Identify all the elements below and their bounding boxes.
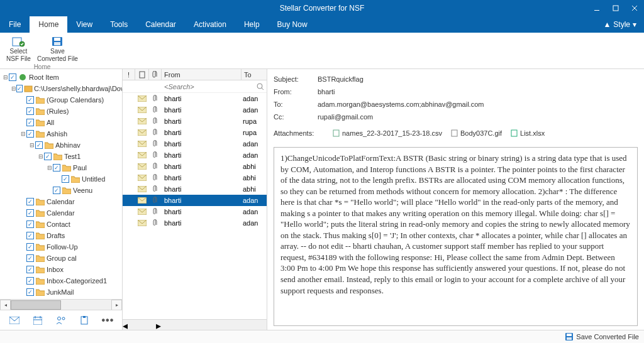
nav-tasks-icon[interactable] xyxy=(77,313,91,327)
search-icon[interactable] xyxy=(254,83,267,90)
tree-row[interactable]: ⊟✓Paul xyxy=(0,162,122,173)
tree-row[interactable]: ✓(Group Calendars) xyxy=(0,94,122,106)
tree-checkbox[interactable]: ✓ xyxy=(26,266,34,273)
search-input[interactable] xyxy=(162,83,254,90)
mail-row[interactable]: bhartiabhi xyxy=(123,183,267,195)
tree-row[interactable]: ✓Group cal xyxy=(0,253,122,264)
tree-checkbox[interactable]: ✓ xyxy=(26,277,34,285)
tree-row[interactable]: ✓Veenu xyxy=(0,185,122,196)
menu-home[interactable]: Home xyxy=(30,16,67,33)
tree-checkbox[interactable]: ✓ xyxy=(26,232,34,239)
mail-row[interactable]: bhartirupa xyxy=(123,127,267,138)
tree-row[interactable]: ✓Drafts xyxy=(0,230,122,241)
mail-row[interactable]: bhartiadan xyxy=(123,93,267,104)
menu-calendar[interactable]: Calendar xyxy=(136,16,185,33)
mail-list[interactable]: bhartiadanbhartiadanbhartirupabhartirupa… xyxy=(123,93,267,319)
tree-checkbox[interactable]: ✓ xyxy=(44,153,52,160)
mail-scroll-right[interactable]: ▸ xyxy=(156,320,161,330)
menu-style[interactable]: ▲ Style ▾ xyxy=(596,16,644,33)
menu-tools[interactable]: Tools xyxy=(101,16,136,33)
expand-toggle[interactable]: ⊟ xyxy=(29,142,35,148)
tree-checkbox[interactable]: ✓ xyxy=(35,141,43,149)
expand-toggle[interactable]: ⊟ xyxy=(20,131,26,137)
expand-toggle[interactable]: ⊟ xyxy=(11,85,16,92)
mail-row[interactable]: bhartirupa xyxy=(123,116,267,127)
scroll-thumb[interactable] xyxy=(11,300,61,310)
tree-row[interactable]: ✓Untitled xyxy=(0,173,122,185)
folder-tree[interactable]: ⊟✓Root Item⊟✓C:\Users\shelly.bhardwaj\Do… xyxy=(0,69,122,299)
save-status-icon[interactable] xyxy=(565,332,574,341)
tree-row[interactable]: ✓Follow-Up xyxy=(0,241,122,253)
tree-row[interactable]: ✓(Rules) xyxy=(0,106,122,117)
menu-buynow[interactable]: Buy Now xyxy=(269,16,316,33)
tree-row[interactable]: ✓All xyxy=(0,117,122,128)
tree-row[interactable]: ⊟✓Test1 xyxy=(0,151,122,162)
col-importance[interactable]: ! xyxy=(123,69,135,80)
tree-row[interactable]: ✓Inbox-Categorized1 xyxy=(0,275,122,286)
menu-activation[interactable]: Activation xyxy=(185,16,235,33)
tree-checkbox[interactable]: ✓ xyxy=(26,209,34,217)
tree-checkbox[interactable]: ✓ xyxy=(26,130,34,138)
nav-contacts-icon[interactable] xyxy=(54,313,68,327)
mail-body[interactable]: 1)ChangeUnicodeToPlatFormText:A BSTR (Ba… xyxy=(274,147,638,326)
mail-row[interactable]: bhartiadan xyxy=(123,150,267,161)
tree-checkbox[interactable]: ✓ xyxy=(26,220,34,228)
mail-row[interactable]: bhartiadan xyxy=(123,206,267,217)
col-from[interactable]: From xyxy=(162,69,242,80)
mail-row[interactable]: bhartiadan xyxy=(123,104,267,116)
save-converted-file-button[interactable]: Save Converted File xyxy=(35,34,80,63)
folder-icon xyxy=(35,107,45,116)
mail-list-hscrollbar[interactable]: ◂ ▸ xyxy=(123,319,267,330)
tree-checkbox[interactable]: ✓ xyxy=(53,164,60,172)
attachment-3[interactable]: List.xlsx xyxy=(511,129,545,137)
menu-file[interactable]: File xyxy=(0,16,30,33)
minimize-button[interactable] xyxy=(587,0,606,16)
col-icon[interactable] xyxy=(135,69,149,80)
mail-row[interactable]: bhartiadan xyxy=(123,195,267,206)
mail-row[interactable]: bhartiadan xyxy=(123,217,267,229)
scroll-left-button[interactable]: ◂ xyxy=(0,300,11,310)
tree-checkbox[interactable]: ✓ xyxy=(26,198,34,205)
tree-checkbox[interactable]: ✓ xyxy=(26,254,34,262)
tree-row[interactable]: ⊟✓Abhinav xyxy=(0,139,122,151)
nav-more-icon[interactable]: ••• xyxy=(101,313,114,327)
mail-row[interactable]: bhartiabhi xyxy=(123,161,267,172)
mail-scroll-left[interactable]: ◂ xyxy=(123,320,128,330)
tree-row[interactable]: ✓Inbox xyxy=(0,264,122,275)
tree-row[interactable]: ⊟✓C:\Users\shelly.bhardwaj\Downl xyxy=(0,83,122,94)
nav-mail-icon[interactable] xyxy=(8,313,21,327)
tree-row[interactable]: ✓Contact xyxy=(0,219,122,230)
attachment-2[interactable]: Body037C.gif xyxy=(451,129,502,137)
scroll-right-button[interactable]: ▸ xyxy=(111,300,122,310)
mail-row[interactable]: bhartiabhi xyxy=(123,172,267,183)
tree-checkbox[interactable]: ✓ xyxy=(62,175,69,183)
expand-toggle[interactable]: ⊟ xyxy=(38,153,44,160)
mail-row[interactable]: bhartiadan xyxy=(123,138,267,150)
col-attachment[interactable] xyxy=(149,69,162,80)
maximize-button[interactable] xyxy=(606,0,625,16)
menu-help[interactable]: Help xyxy=(235,16,269,33)
tree-row[interactable]: ⊟✓Root Item xyxy=(0,72,122,83)
nav-calendar-icon[interactable] xyxy=(31,313,45,327)
tree-row[interactable]: ⊟✓Ashish xyxy=(0,128,122,139)
tree-checkbox[interactable]: ✓ xyxy=(53,187,60,194)
select-nsf-file-button[interactable]: Select NSF File xyxy=(4,34,33,63)
close-button[interactable] xyxy=(625,0,644,16)
expand-toggle[interactable]: ⊟ xyxy=(3,74,9,80)
tree-checkbox[interactable]: ✓ xyxy=(26,107,34,115)
tree-row[interactable]: ✓JunkMail xyxy=(0,286,122,298)
tree-checkbox[interactable]: ✓ xyxy=(26,119,34,126)
tree-row[interactable]: ✓Calendar xyxy=(0,196,122,207)
tree-checkbox[interactable]: ✓ xyxy=(26,96,34,104)
tree-checkbox[interactable]: ✓ xyxy=(26,243,34,251)
tree-row[interactable]: ✓Calendar xyxy=(0,207,122,219)
tree-checkbox[interactable]: ✓ xyxy=(9,74,16,81)
menu-view[interactable]: View xyxy=(67,16,101,33)
tree-checkbox[interactable]: ✓ xyxy=(16,85,23,92)
col-to[interactable]: To xyxy=(242,69,267,80)
tree-hscrollbar[interactable]: ◂ ▸ xyxy=(0,299,122,310)
save-status-label[interactable]: Save Converted File xyxy=(576,333,639,340)
attachment-1[interactable]: names_22-3-2017_15-23-18.csv xyxy=(333,129,442,137)
expand-toggle[interactable]: ⊟ xyxy=(47,165,53,171)
tree-checkbox[interactable]: ✓ xyxy=(26,288,34,296)
